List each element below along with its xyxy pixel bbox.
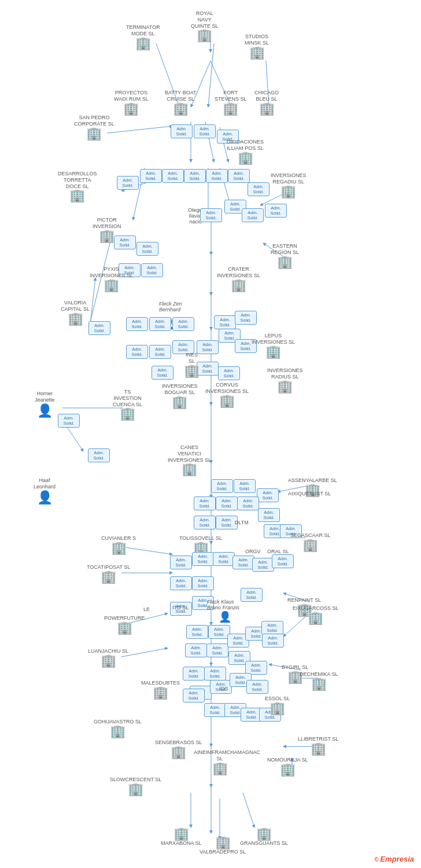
node-valbradepro: 🏢 VALBRADEPRO SL <box>200 836 246 855</box>
node-fort-stevens: FORT STEVENS SL 🏢 <box>215 90 247 115</box>
adm-box: Adm.Solid. <box>140 169 162 183</box>
node-eastern: EASTERN REGION SL 🏢 <box>271 243 299 269</box>
node-gransguants: 🏢 GRANSGUANTS SL <box>240 827 288 847</box>
person-icon: 👤 <box>37 490 53 505</box>
fleck-bruno-label: Fleck KlausBruno Franzis <box>207 599 239 610</box>
node-marxabona: 🏢 MARXABONA SL <box>161 827 202 847</box>
node-llibretrist: LLIBRETRIST SL 🏢 <box>298 736 338 755</box>
adm-box: Adm.Solid. <box>126 345 148 359</box>
building-icon: 🏢 <box>265 345 281 358</box>
building-icon: 🏢 <box>173 102 189 115</box>
adm-box: Adm.Solid. <box>257 488 279 502</box>
adm-box: Adm.Solid. <box>197 362 219 376</box>
building-icon: 🏢 <box>197 29 212 42</box>
svg-line-27 <box>107 126 172 133</box>
building-icon: 🏢 <box>311 742 326 755</box>
node-tocatiposat: TOCATIPOSAT SL 🏢 <box>87 564 130 583</box>
adm-box: Adm.Solid. <box>218 366 240 380</box>
node-ito: ITO SL <box>172 605 189 611</box>
node-proyectos: PROYECTOS WADI RUM SL 🏢 <box>114 90 149 115</box>
node-terminator: TERMINATOR MODE SL 🏢 <box>126 24 160 50</box>
building-icon: 🏢 <box>101 654 116 667</box>
adm-box: Adm.Solid. <box>242 208 264 222</box>
ios-label: IOS <box>219 686 228 692</box>
svg-line-2 <box>208 43 214 107</box>
adm-box: Adm.Solid. <box>211 479 233 493</box>
node-pyxis: PYXIS INVERSIONES SL 🏢 <box>90 266 133 292</box>
building-icon: 🏢 <box>280 763 296 776</box>
adm-box: Adm.Solid. <box>258 508 280 522</box>
adm-box: Adm.Solid. <box>232 556 254 569</box>
adm-box: Adm.Solid. <box>197 340 219 354</box>
adm-box: Adm.Solid. <box>228 169 250 183</box>
adm-box: Adm.Solid. <box>248 182 269 196</box>
node-le: LE <box>143 606 150 613</box>
node-inversiones-boguar: INVERSIONES BOGUAR SL 🏢 <box>162 383 198 409</box>
copyright-symbol: © <box>374 856 380 863</box>
adm-box: Adm.Solid. <box>234 479 256 493</box>
building-icon: 🏢 <box>104 279 119 292</box>
building-icon: 🏢 <box>311 678 327 690</box>
adm-box: Adm.Solid. <box>214 315 236 329</box>
node-ines: INES SL 🏢 <box>184 352 200 377</box>
building-icon: 🏢 <box>117 621 132 634</box>
adm-box: Adm.Solid. <box>88 321 110 335</box>
adm-box: Adm.Solid. <box>194 516 216 529</box>
orgv-label: ORGV <box>245 549 261 554</box>
building-icon: 🏢 <box>212 762 228 775</box>
adm-box: Adm.Solid. <box>186 625 208 639</box>
adm-box: Adm.Solid. <box>216 496 238 510</box>
network-graph: ROYAL NAVY QUINTE SL 🏢 TERMINATOR MODE S… <box>0 0 421 868</box>
building-icon: 🏢 <box>128 783 143 796</box>
adm-box: Adm.Solid. <box>171 124 193 138</box>
adm-box: Adm.Solid. <box>58 414 80 428</box>
building-icon: 🏢 <box>238 152 253 164</box>
adm-box: Adm.Solid. <box>206 169 228 183</box>
building-icon: 🏢 <box>172 396 187 409</box>
building-icon: 🏢 <box>302 539 318 551</box>
adm-box: Adm.Solid. <box>200 208 222 222</box>
node-malesdubtes: MALESDUBTES 🏢 <box>141 680 180 699</box>
building-icon: 🏢 <box>215 836 231 849</box>
node-inversiones-radius: INVERSIONES RADIUS SL 🏢 <box>267 367 303 393</box>
adm-box: Adm.Solid. <box>194 124 216 138</box>
node-corvus: CORVUS INVERSIONES SL 🏢 <box>205 382 249 407</box>
node-eixugarcoss: EIXUGARCOSS SL 🏢 <box>293 605 339 624</box>
adm-box: Adm.Solid. <box>141 263 163 277</box>
building-icon: 🏢 <box>182 463 197 476</box>
node-gohijavastro: GOHIJAVASTRO SL 🏢 <box>94 719 142 738</box>
building-icon: 🏢 <box>277 256 293 269</box>
building-icon: 🏢 <box>308 612 323 624</box>
adm-box: Adm.Solid. <box>170 556 192 569</box>
node-essol: ESSOL SL 🏢 <box>265 696 290 715</box>
building-icon: 🏢 <box>123 102 139 115</box>
node-batty-boat: BATTY BOAT CRUISE SL 🏢 <box>165 90 197 115</box>
node-aixiquetlist: AIXIQUETLIST SL <box>288 491 331 497</box>
adm-box: Adm.Solid. <box>204 667 226 681</box>
building-icon: 🏢 <box>256 827 272 840</box>
building-icon: 🏢 <box>110 725 125 738</box>
building-icon: 🏢 <box>135 37 151 50</box>
node-desarrollos: DESARROLLOS TORRETTA DOCE SL 🏢 <box>58 171 97 202</box>
node-dechemika: DECHEMIKA SL 🏢 <box>300 671 338 690</box>
building-icon: 🏢 <box>69 189 85 202</box>
adm-box: Adm.Solid. <box>252 558 274 572</box>
node-horner: Horner Jeanette 👤 <box>35 391 55 418</box>
adm-box: Adm.Solid. <box>183 667 205 681</box>
oral-label: ORAL SL <box>267 549 289 554</box>
node-aineimfram: AINEIMFRAMCHAMAGNAC SL 🏢 <box>194 749 246 775</box>
building-icon: 🏢 <box>219 395 235 407</box>
node-luanjachiu: LUANJACHIU SL 🏢 <box>88 648 128 667</box>
building-icon: 🏢 <box>269 702 285 715</box>
adm-box: Adm.Solid. <box>149 317 171 331</box>
adm-box: Adm.Solid. <box>88 448 110 462</box>
node-canes: CANES VENATICI INVERSIONES SL 🏢 <box>168 444 211 476</box>
node-slowcrescent: SLOWCRESCENT SL 🏢 <box>110 777 161 796</box>
adm-box: Adm.Solid. <box>235 311 257 325</box>
building-icon: 🏢 <box>68 312 83 325</box>
building-icon: 🏢 <box>120 407 135 420</box>
node-valoria: VALORIA CAPITAL SL 🏢 <box>61 300 90 325</box>
adm-box: Adm.Solid. <box>192 552 214 566</box>
adm-box: Adm.Solid. <box>237 496 259 510</box>
adm-box: Adm.Solid. <box>192 576 214 590</box>
